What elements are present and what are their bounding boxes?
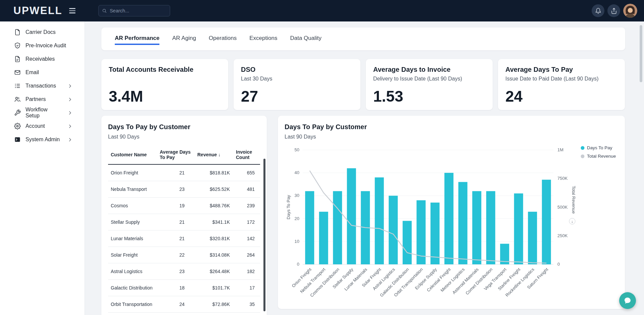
column-header-invoice-count[interactable]: Invoice Count [233, 145, 260, 164]
bar-days-to-pay[interactable] [319, 212, 328, 264]
svg-text:Total Revenue: Total Revenue [587, 154, 616, 159]
panel-title: Days To Pay by Customer [285, 123, 618, 131]
sidebar-item-receivables[interactable]: Receivables [0, 52, 85, 66]
bar-days-to-pay[interactable] [472, 191, 481, 264]
sidebar-item-label: Partners [26, 96, 46, 102]
sidebar-item-account[interactable]: Account [0, 119, 85, 133]
list-icon [14, 83, 21, 89]
chevron-right-icon [67, 110, 72, 115]
main-content: AR Performance AR Aging Operations Excep… [85, 21, 644, 315]
kpi-subtitle: Issue Date to Paid Date (Last 90 Days) [505, 76, 617, 82]
svg-text:1M: 1M [557, 147, 563, 152]
chat-widget-button[interactable] [619, 292, 636, 309]
sort-descending-icon: ↓ [218, 152, 220, 157]
table-row: Solar Freight22$314.08K264 [108, 247, 260, 263]
tab-operations[interactable]: Operations [209, 33, 237, 45]
chevron-right-icon [67, 124, 72, 129]
mail-icon [14, 69, 21, 76]
bar-days-to-pay[interactable] [416, 200, 426, 264]
svg-text:0: 0 [297, 262, 299, 267]
sidebar-item-label: Email [26, 69, 39, 75]
x-axis-category-label: Nebula Transport [299, 267, 326, 294]
shield-icon [14, 42, 21, 49]
bar-days-to-pay[interactable] [333, 191, 342, 264]
sidebar-item-label: Workflow Setup [26, 107, 63, 119]
dashboard-tabs: AR Performance AR Aging Operations Excep… [101, 28, 625, 50]
search-box[interactable] [98, 5, 170, 16]
kpi-value: 27 [241, 89, 353, 104]
table-row: Lunar Materials21$320.81K142 [108, 230, 260, 247]
sidebar-item-pre-invoice-audit[interactable]: Pre-Invoice Audit [0, 39, 85, 52]
tab-ar-aging[interactable]: AR Aging [172, 33, 196, 45]
kpi-card-avg-days-to-invoice: Average Days to Invoice Delivery to Issu… [366, 59, 493, 110]
search-input[interactable] [110, 8, 166, 13]
kpi-row: Total Accounts Receivable 3.4M DSO Last … [101, 59, 644, 110]
chevron-right-icon [67, 137, 72, 142]
panel-subtitle: Last 90 Days [108, 134, 260, 140]
bar-days-to-pay[interactable] [431, 203, 440, 264]
days-to-pay-table-panel: Days To Pay by Customer Last 90 Days Cus… [101, 116, 267, 315]
table-scrollbar[interactable] [263, 159, 265, 311]
table-row: Nebula Transport23$625.52K481 [108, 181, 260, 198]
bar-days-to-pay[interactable] [305, 191, 314, 264]
days-to-pay-chart: 010203040500250K500K750K1MOrion FreightN… [285, 141, 618, 300]
chevron-right-icon [67, 84, 72, 89]
svg-text:40: 40 [295, 170, 299, 175]
tab-exceptions[interactable]: Exceptions [249, 33, 277, 45]
chat-bubble-icon [624, 297, 632, 305]
menu-icon[interactable] [67, 6, 78, 15]
sidebar-item-carrier-docs[interactable]: Carrier Docs [0, 25, 85, 39]
legend-item-days-to-pay[interactable]: Days To Pay [581, 145, 612, 150]
bar-days-to-pay[interactable] [347, 168, 356, 264]
sidebar-item-partners[interactable]: Partners [0, 93, 85, 106]
x-axis-category-label: Celestial Freight [426, 267, 452, 293]
sidebar-item-label: Pre-Invoice Audit [26, 43, 66, 49]
table-header-row: Customer Name Average Days To Pay Revenu… [108, 145, 260, 164]
legend-item-total-revenue[interactable]: Total Revenue [581, 154, 616, 159]
svg-text:750K: 750K [557, 176, 568, 181]
column-header-avg-days[interactable]: Average Days To Pay [157, 145, 195, 164]
share-button[interactable] [607, 4, 620, 17]
avatar-image [623, 4, 637, 18]
bar-days-to-pay[interactable] [458, 182, 467, 264]
sidebar-item-system-admin[interactable]: System Admin [0, 133, 85, 146]
bar-days-to-pay[interactable] [514, 194, 523, 264]
tab-data-quality[interactable]: Data Quality [290, 33, 321, 45]
sidebar: Carrier Docs Pre-Invoice Audit Receivabl… [0, 21, 85, 315]
column-header-customer-name[interactable]: Customer Name [108, 145, 157, 164]
tab-ar-performance[interactable]: AR Performance [115, 33, 159, 45]
right-axis-sort-button[interactable]: ↓ [569, 218, 575, 224]
svg-text:30: 30 [295, 193, 299, 198]
x-axis-category-label: Meteor Logistics [440, 267, 466, 293]
invoice-icon [14, 56, 21, 62]
bar-days-to-pay[interactable] [486, 191, 495, 264]
page-scrollbar[interactable] [640, 25, 642, 82]
kpi-card-dso: DSO Last 30 Days 27 [234, 59, 360, 110]
sidebar-item-email[interactable]: Email [0, 66, 85, 79]
bar-days-to-pay[interactable] [542, 180, 551, 264]
panel-subtitle: Last 90 Days [285, 134, 618, 140]
kpi-value: 3.4M [109, 89, 221, 104]
avatar[interactable] [623, 4, 637, 18]
panel-title: Days To Pay by Customer [108, 123, 260, 131]
svg-text:20: 20 [295, 216, 299, 221]
sidebar-item-workflow-setup[interactable]: Workflow Setup [0, 106, 85, 119]
column-header-revenue[interactable]: Revenue↓ [195, 145, 233, 164]
bar-days-to-pay[interactable] [528, 212, 537, 264]
bar-days-to-pay[interactable] [403, 221, 412, 264]
table-row: Stellar Supply21$341.1K172 [108, 214, 260, 230]
table-row: Astral Logistics23$264.48K182 [108, 263, 260, 280]
bar-days-to-pay[interactable] [389, 196, 398, 264]
table-row: Orbit Transportation24$72.86K35 [108, 296, 260, 313]
bar-days-to-pay[interactable] [375, 177, 384, 264]
sidebar-item-transactions[interactable]: Transactions [0, 79, 85, 93]
search-icon [102, 8, 107, 13]
gear-icon [14, 123, 21, 129]
bar-days-to-pay[interactable] [444, 173, 453, 264]
notifications-button[interactable] [592, 4, 604, 17]
terminal-icon [14, 136, 21, 143]
days-to-pay-table: Customer Name Average Days To Pay Revenu… [108, 145, 260, 313]
total-revenue-line [310, 171, 547, 263]
chevron-right-icon [67, 97, 72, 102]
svg-text:↓: ↓ [571, 219, 573, 223]
